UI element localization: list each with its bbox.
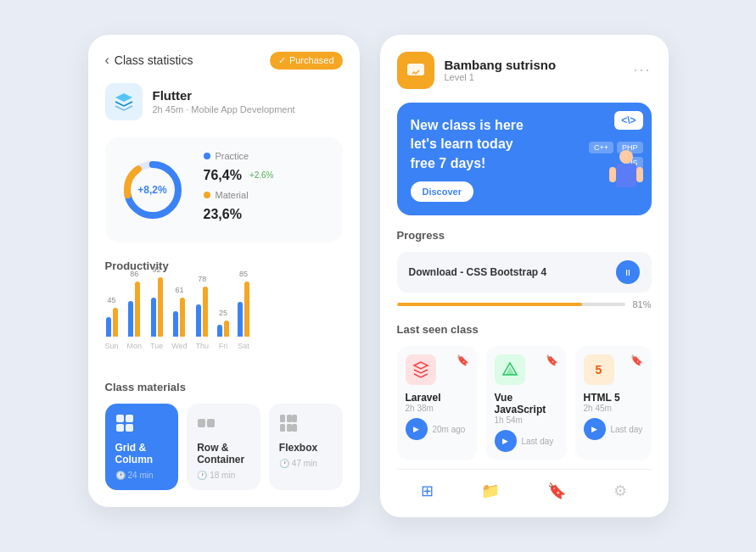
bar-blue: [238, 302, 243, 337]
svg-rect-20: [619, 187, 626, 201]
bar-day-label: Mon: [127, 342, 143, 350]
discover-button[interactable]: Discover: [411, 181, 473, 202]
bar-yellow: [224, 321, 229, 337]
bar-pair: [151, 277, 163, 337]
svg-rect-18: [609, 167, 616, 182]
laravel-time-ago: 20m ago: [433, 425, 466, 434]
html5-thumb: 5: [584, 354, 614, 385]
progress-title: Progress: [397, 229, 652, 242]
bar-day-label: Sat: [238, 342, 249, 350]
svg-rect-5: [116, 424, 124, 432]
check-icon: ✓: [278, 55, 286, 66]
vue-bookmark-icon[interactable]: 🔖: [546, 354, 558, 366]
donut-chart: +8,2%: [119, 156, 187, 224]
svg-rect-17: [616, 164, 636, 187]
progress-bar-bg: [397, 303, 626, 306]
laravel-thumb: [406, 354, 436, 385]
material-dot: [204, 192, 210, 198]
nav-bookmark-icon[interactable]: 🔖: [547, 482, 566, 500]
class-card-header: 🔖: [406, 354, 469, 385]
svg-rect-11: [292, 415, 297, 422]
material-time: 🕐 18 min: [197, 471, 250, 480]
material-stat: Material: [204, 190, 329, 200]
progress-section: Progress Download - CSS Bootstrap 4 ⏸ 81…: [397, 229, 652, 309]
material-label: Material: [216, 190, 329, 200]
practice-change: +2.6%: [249, 170, 274, 180]
class-card-vue: 🔖 Vue JavaScript 1h 54m ▶ Last day: [486, 346, 567, 460]
bar-blue: [106, 317, 111, 337]
banner-illustration: <\> C++ PHP JS: [541, 111, 643, 204]
html5-bookmark-icon[interactable]: 🔖: [630, 354, 643, 366]
svg-rect-13: [287, 424, 292, 432]
svg-rect-19: [636, 167, 643, 182]
more-options-button[interactable]: ···: [633, 61, 651, 79]
materials-title: Class materials: [105, 381, 343, 393]
html5-duration: 2h 45m: [584, 404, 643, 413]
svg-rect-9: [280, 415, 285, 422]
badge-label: Purchased: [289, 55, 334, 65]
bar-day-label: Thu: [196, 342, 210, 350]
practice-value-row: 76,4% +2.6%: [204, 168, 329, 183]
svg-point-16: [619, 150, 633, 164]
bar-group-tue: 92Tue: [150, 265, 163, 350]
svg-rect-6: [126, 424, 133, 432]
right-card: Bambang sutrisno Level 1 ··· New class i…: [380, 35, 669, 517]
bar-day-label: Tue: [150, 342, 163, 350]
material-card-2[interactable]: Flexbox🕐 47 min: [269, 404, 343, 490]
bar-blue: [173, 311, 178, 337]
bar-day-label: Wed: [171, 342, 187, 350]
play-vue-button[interactable]: ▶: [495, 430, 517, 452]
material-card-1[interactable]: Row &Container🕐 18 min: [187, 404, 260, 490]
bar-day-label: Fri: [219, 342, 228, 350]
bar-group-fri: 25Fri: [217, 309, 229, 350]
progress-percent: 81%: [632, 299, 651, 309]
html5-name: HTML 5: [584, 392, 643, 404]
play-laravel-button[interactable]: ▶: [406, 418, 428, 440]
play-html5-button[interactable]: ▶: [584, 418, 606, 440]
material-time: 🕐 24 min: [115, 471, 169, 480]
vue-thumb: [495, 354, 525, 385]
pause-button[interactable]: ⏸: [616, 260, 640, 284]
bookmark-icon[interactable]: 🔖: [456, 354, 469, 366]
html5-play-row: ▶ Last day: [584, 418, 643, 440]
bar-value: 92: [153, 265, 161, 274]
practice-value: 76,4%: [204, 168, 242, 183]
bar-pair: [238, 282, 249, 337]
html5-time-ago: Last day: [611, 425, 643, 434]
svg-rect-14: [292, 424, 297, 432]
bar-group-sat: 85Sat: [238, 270, 249, 350]
bar-pair: [128, 282, 140, 337]
class-card-html5: 5 🔖 HTML 5 2h 45m ▶ Last day: [575, 346, 652, 460]
vue-time-ago: Last day: [522, 437, 554, 446]
promo-banner: New class is herelet's learn todayfree 7…: [397, 103, 652, 215]
user-name: Bambang sutrisno: [445, 58, 557, 72]
stats-row: +8,2% Practice 76,4% +2.6% Material 23,6…: [105, 137, 343, 243]
material-name: Row &Container: [197, 442, 250, 466]
class-card-header-html5: 5 🔖: [584, 354, 643, 385]
last-seen-title: Last seen class: [397, 323, 652, 336]
laravel-duration: 2h 38m: [406, 404, 469, 413]
user-level: Level 1: [445, 72, 557, 82]
class-card-header-vue: 🔖: [495, 354, 558, 385]
bar-yellow: [113, 308, 118, 337]
materials-section: Class materials Grid &Column🕐 24 minRow …: [105, 381, 343, 490]
material-card-0[interactable]: Grid &Column🕐 24 min: [105, 404, 179, 490]
material-name: Flexbox: [279, 442, 333, 454]
back-button[interactable]: ‹ Class statistics: [105, 53, 193, 68]
material-name: Grid &Column: [115, 442, 169, 466]
nav-home-icon[interactable]: ⊞: [421, 482, 434, 500]
nav-folder-icon[interactable]: 📁: [481, 482, 500, 500]
bar-value: 25: [219, 309, 227, 317]
card-header: ‹ Class statistics ✓ Purchased: [105, 52, 343, 70]
course-icon: [105, 83, 143, 120]
vue-name: Vue JavaScript: [495, 392, 558, 415]
stats-detail: Practice 76,4% +2.6% Material 23,6%: [204, 151, 329, 229]
bar-blue: [217, 325, 222, 337]
bar-yellow: [244, 282, 249, 337]
practice-label: Practice: [216, 151, 329, 161]
page-title: Class statistics: [115, 53, 193, 67]
svg-rect-12: [280, 424, 285, 432]
nav-settings-icon[interactable]: ⚙: [613, 482, 627, 500]
practice-stat: Practice: [204, 151, 329, 161]
progress-bar-wrap: 81%: [397, 299, 652, 309]
